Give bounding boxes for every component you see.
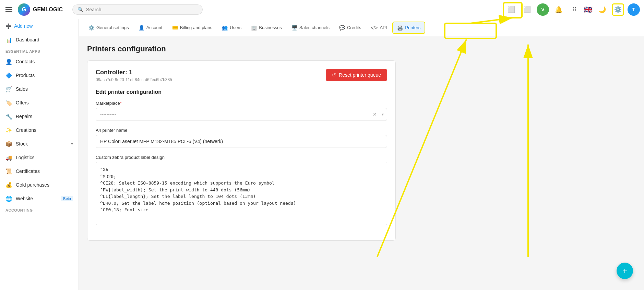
repairs-icon: 🔧 [5, 113, 12, 120]
a4-printer-field: A4 printer name [96, 128, 387, 148]
topbar-right: ⬜ ⬜ V 🔔 ⠿ 🇬🇧 🌙 ⚙️ T [505, 3, 640, 16]
sidebar-item-contacts[interactable]: 👤 Contacts [0, 55, 79, 68]
reset-printer-queue-button[interactable]: ↺ Reset printer queue [326, 69, 387, 81]
nav-api[interactable]: </> API [367, 22, 391, 33]
user-avatar-v[interactable]: V [537, 3, 549, 16]
hamburger-menu[interactable] [4, 6, 14, 13]
a4-printer-input[interactable] [96, 135, 387, 148]
printers-icon: 🖨️ [397, 25, 403, 30]
controller-uuid: 09aca7c0-9e20-11ef-84cc-d62ec6b7b385 [96, 77, 172, 82]
controller-title: Controller: 1 [96, 69, 172, 76]
dashboard-icon: 📊 [5, 36, 12, 43]
zebra-label-field: Custom zebra product label design ^XA ^M… [96, 155, 387, 225]
page-title: Printers configuration [87, 45, 636, 53]
topbar: G GEMLOGIC 🔍 ⬜ ⬜ V 🔔 ⠿ 🇬🇧 🌙 ⚙️ T [0, 0, 644, 19]
edit-section-title: Edit printer configuration [96, 89, 387, 95]
moon-icon-btn[interactable]: 🌙 [596, 3, 608, 16]
zebra-textarea-wrapper: ^XA ^MD20; ^CI28; Select ISO-8859-15 enc… [96, 162, 387, 225]
grid-icon-btn[interactable]: ⠿ [568, 3, 581, 16]
products-icon: 🔷 [5, 72, 12, 79]
language-flag[interactable]: 🇬🇧 [584, 5, 593, 14]
nav-users[interactable]: 👥 Users [218, 22, 246, 33]
content-area: ⚙️ General settings 👤 Account 💳 Billing … [79, 19, 644, 290]
search-input[interactable] [86, 7, 198, 12]
stock-icon: 📦 [5, 140, 12, 147]
config-card: Controller: 1 09aca7c0-9e20-11ef-84cc-d6… [87, 60, 396, 241]
nav-billing[interactable]: 💳 Billing and plans [168, 22, 217, 33]
businesses-icon: 🏢 [251, 25, 257, 30]
controller-header: Controller: 1 09aca7c0-9e20-11ef-84cc-d6… [96, 69, 387, 82]
user-avatar-t[interactable]: T [628, 3, 640, 16]
zebra-code-textarea[interactable]: ^XA ^MD20; ^CI28; Select ISO-8859-15 enc… [96, 162, 387, 224]
reset-icon: ↺ [332, 72, 336, 78]
add-new-button[interactable]: ➕ Add new [0, 19, 79, 33]
select-clear-icon[interactable]: ✕ [373, 112, 377, 117]
beta-badge: Beta [61, 196, 73, 201]
search-bar[interactable]: 🔍 [72, 4, 203, 15]
search-icon: 🔍 [77, 7, 83, 12]
marketplace-select[interactable]: ---------- [96, 108, 387, 121]
offers-icon: 🏷️ [5, 99, 12, 106]
api-icon: </> [371, 25, 378, 30]
sidebar-item-repairs[interactable]: 🔧 Repairs [0, 110, 79, 123]
monitor-icon-btn[interactable]: ⬜ [505, 3, 517, 16]
sidebar-item-dashboard[interactable]: 📊 Dashboard [0, 33, 79, 47]
sidebar-item-website[interactable]: 🌐 Website Beta [0, 192, 79, 205]
logo-icon: G [18, 3, 30, 16]
section-accounting: ACCOUNTING [0, 205, 79, 214]
fab-button[interactable]: + [617, 263, 633, 279]
nav-general-settings[interactable]: ⚙️ General settings [84, 22, 133, 33]
sidebar-item-certificates[interactable]: 📜 Certificates [0, 164, 79, 178]
page-content: Printers configuration Controller: 1 09a… [79, 36, 644, 290]
section-essential-apps: ESSENTIAL APPS [0, 47, 79, 55]
logistics-icon: 🚚 [5, 154, 12, 161]
a4-printer-label: A4 printer name [96, 128, 387, 133]
contacts-icon: 👤 [5, 58, 12, 65]
sidebar-item-products[interactable]: 🔷 Products [0, 68, 79, 82]
controller-info: Controller: 1 09aca7c0-9e20-11ef-84cc-d6… [96, 69, 172, 82]
billing-icon: 💳 [172, 25, 178, 30]
sidebar-item-stock[interactable]: 📦 Stock ▾ [0, 137, 79, 151]
marketplace-field: Marketplace* ---------- ✕ ▾ [96, 101, 387, 121]
sidebar-item-offers[interactable]: 🏷️ Offers [0, 96, 79, 110]
settings-nav: ⚙️ General settings 👤 Account 💳 Billing … [79, 19, 644, 36]
window-icon-btn[interactable]: ⬜ [521, 3, 533, 16]
sidebar-item-logistics[interactable]: 🚚 Logistics [0, 151, 79, 164]
marketplace-label: Marketplace* [96, 101, 387, 106]
account-icon: 👤 [139, 25, 144, 30]
bell-icon-btn[interactable]: 🔔 [552, 3, 565, 16]
sales-icon: 🛒 [5, 86, 12, 92]
general-settings-icon: ⚙️ [88, 25, 94, 30]
main-layout: ➕ Add new 📊 Dashboard ESSENTIAL APPS 👤 C… [0, 19, 644, 290]
sidebar: ➕ Add new 📊 Dashboard ESSENTIAL APPS 👤 C… [0, 19, 79, 290]
app-name: GEMLOGIC [33, 7, 63, 13]
credits-icon: 💬 [339, 25, 345, 30]
nav-account[interactable]: 👤 Account [134, 22, 167, 33]
nav-printers[interactable]: 🖨️ Printers [392, 22, 425, 34]
nav-credits[interactable]: 💬 Credits [335, 22, 365, 33]
users-icon: 👥 [222, 25, 228, 30]
gold-purchases-icon: 💰 [5, 181, 12, 188]
logo-area: G GEMLOGIC [18, 3, 63, 16]
settings-icon-btn[interactable]: ⚙️ [612, 3, 624, 16]
creations-icon: ✨ [5, 127, 12, 134]
certificates-icon: 📜 [5, 168, 12, 175]
zebra-label: Custom zebra product label design [96, 155, 387, 160]
marketplace-select-wrapper: ---------- ✕ ▾ [96, 108, 387, 121]
stock-chevron-icon: ▾ [71, 141, 73, 146]
select-arrow-icon: ▾ [382, 112, 384, 117]
nav-businesses[interactable]: 🏢 Businesses [247, 22, 286, 33]
required-asterisk: * [120, 101, 122, 106]
plus-icon: ➕ [5, 23, 11, 29]
sidebar-item-sales[interactable]: 🛒 Sales [0, 82, 79, 96]
website-icon: 🌐 [5, 195, 12, 202]
sidebar-item-creations[interactable]: ✨ Creations [0, 123, 79, 137]
sidebar-item-gold-purchases[interactable]: 💰 Gold purchases [0, 178, 79, 192]
nav-sales-channels[interactable]: 🖥️ Sales channels [287, 22, 334, 33]
sales-channels-icon: 🖥️ [291, 25, 297, 30]
